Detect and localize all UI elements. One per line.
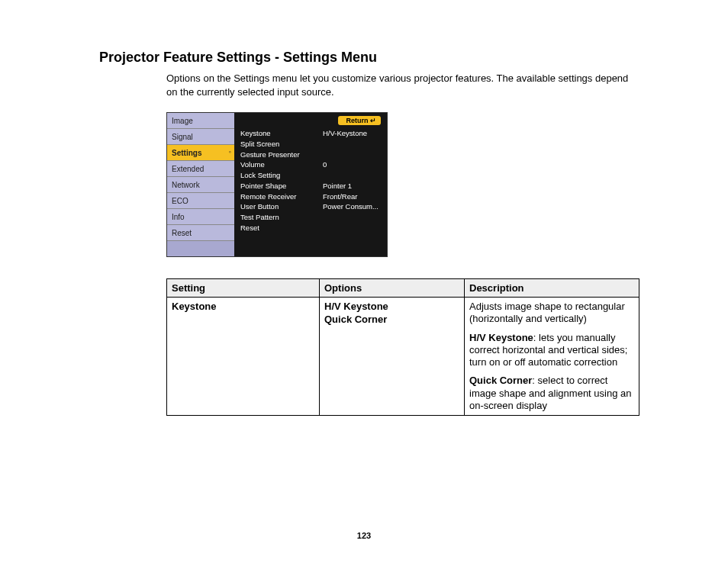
osd-value <box>323 139 381 150</box>
osd-key: Gesture Presenter <box>240 150 323 160</box>
page-title: Projector Feature Settings - Settings Me… <box>99 50 636 66</box>
intro-text: Options on the Settings menu let you cus… <box>166 72 636 98</box>
cell-options: H/V KeystoneQuick Corner <box>320 298 465 416</box>
osd-value: H/V-Keystone <box>323 128 381 139</box>
osd-key: Volume <box>240 159 323 170</box>
return-label: Return <box>346 117 368 124</box>
osd-row: Lock Setting <box>240 170 381 181</box>
osd-value <box>323 223 381 233</box>
osd-screenshot: ImageSignalSettingsExtendedNetworkECOInf… <box>166 112 388 257</box>
description-block: Quick Corner: select to correct image sh… <box>469 375 634 412</box>
osd-tab-signal: Signal <box>167 129 234 145</box>
option-line: H/V Keystone <box>324 301 459 312</box>
osd-row: User ButtonPower Consum... <box>240 201 381 212</box>
description-lead: Quick Corner <box>469 375 532 386</box>
osd-left-tabs: ImageSignalSettingsExtendedNetworkECOInf… <box>167 113 234 256</box>
settings-table: Setting Options Description Keystone H/V… <box>166 278 639 416</box>
osd-row: Gesture Presenter <box>240 150 381 160</box>
osd-value <box>323 170 381 181</box>
description-text: Adjusts image shape to rectangular (hori… <box>469 301 625 324</box>
osd-row: Reset <box>240 223 381 233</box>
return-icon: ↵ <box>370 117 376 124</box>
osd-row: Test Pattern <box>240 212 381 223</box>
osd-return-button: Return ↵ <box>338 116 381 125</box>
osd-tab-info: Info <box>167 209 234 225</box>
cell-setting: Keystone <box>167 298 320 416</box>
th-description: Description <box>465 279 639 298</box>
osd-value: Front/Rear <box>323 191 381 202</box>
osd-row: Remote ReceiverFront/Rear <box>240 191 381 202</box>
osd-tab-reset: Reset <box>167 225 234 241</box>
osd-panel: Return ↵ KeystoneH/V-KeystoneSplit Scree… <box>234 113 387 256</box>
th-setting: Setting <box>167 279 320 298</box>
page-number: 123 <box>0 531 728 540</box>
osd-key: Test Pattern <box>240 212 323 223</box>
osd-key: Reset <box>240 223 323 233</box>
osd-tab-image: Image <box>167 113 234 129</box>
option-line: Quick Corner <box>324 314 459 325</box>
table-row: Keystone H/V KeystoneQuick Corner Adjust… <box>167 298 639 416</box>
osd-key: Keystone <box>240 128 323 139</box>
osd-row: Split Screen <box>240 139 381 150</box>
osd-row: Pointer ShapePointer 1 <box>240 181 381 191</box>
osd-rows: KeystoneH/V-KeystoneSplit ScreenGesture … <box>240 128 381 233</box>
osd-key: Remote Receiver <box>240 191 323 202</box>
osd-row: KeystoneH/V-Keystone <box>240 128 381 139</box>
osd-value <box>323 150 381 160</box>
osd-value: Power Consum... <box>323 201 381 212</box>
osd-value: 0 <box>323 159 381 170</box>
osd-tab-extended: Extended <box>167 161 234 177</box>
cell-description: Adjusts image shape to rectangular (hori… <box>465 298 639 416</box>
osd-tab-eco: ECO <box>167 193 234 209</box>
osd-key: User Button <box>240 201 323 212</box>
osd-key: Pointer Shape <box>240 181 323 191</box>
osd-value: Pointer 1 <box>323 181 381 191</box>
osd-tab-network: Network <box>167 177 234 193</box>
osd-row: Volume0 <box>240 159 381 170</box>
description-block: Adjusts image shape to rectangular (hori… <box>469 301 634 326</box>
description-block: H/V Keystone: lets you manually correct … <box>469 332 634 369</box>
description-lead: H/V Keystone <box>469 332 533 343</box>
osd-tab-settings: Settings <box>167 145 234 161</box>
osd-key: Split Screen <box>240 139 323 150</box>
setting-name: Keystone <box>172 301 217 312</box>
osd-key: Lock Setting <box>240 170 323 181</box>
th-options: Options <box>320 279 465 298</box>
osd-value <box>323 212 381 223</box>
